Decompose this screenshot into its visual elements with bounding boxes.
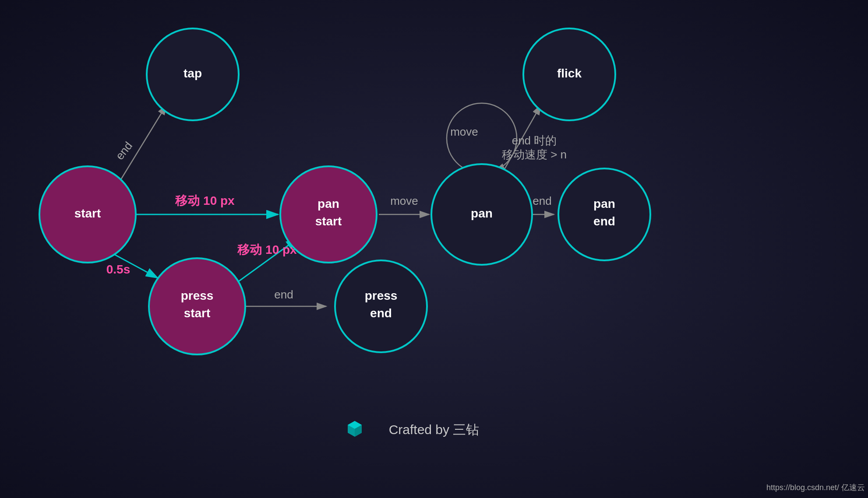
label-pressstart-pressend: end [274, 288, 293, 301]
node-press-start-label2: start [184, 306, 211, 320]
node-pan-start-label1: pan [318, 197, 339, 210]
label-start-panstart: 移动 10 px [175, 194, 235, 207]
label-pan-flick-line2: 移动速度 > n [502, 148, 567, 161]
footer-crafted-by: Crafted by 三钻 [389, 422, 480, 437]
watermark: https://blog.csdn.net/ 亿速云 [766, 483, 865, 492]
node-pan-end-label1: pan [593, 197, 615, 210]
node-press-end-label2: end [370, 306, 392, 320]
label-pan-flick-line1: end 时的 [512, 134, 557, 147]
label-pan-self: move [450, 125, 478, 138]
label-start-pressstart: 0.5s [106, 263, 131, 276]
label-panstart-pan: move [390, 194, 418, 207]
label-pan-panend: end [533, 194, 551, 207]
label-pressstart-panstart: 移动 10 px [237, 243, 297, 256]
node-pan-label: pan [471, 207, 493, 220]
node-tap-label: tap [183, 67, 202, 80]
node-flick-label: flick [557, 67, 582, 80]
node-start-label: start [74, 207, 101, 220]
state-diagram: end 移动 10 px 0.5s 移动 10 px end move move… [0, 0, 868, 498]
node-press-start-label1: press [181, 289, 214, 302]
node-press-end-label1: press [365, 289, 398, 302]
node-pan-end-label2: end [593, 214, 615, 228]
node-pan-start-label2: start [315, 214, 342, 228]
